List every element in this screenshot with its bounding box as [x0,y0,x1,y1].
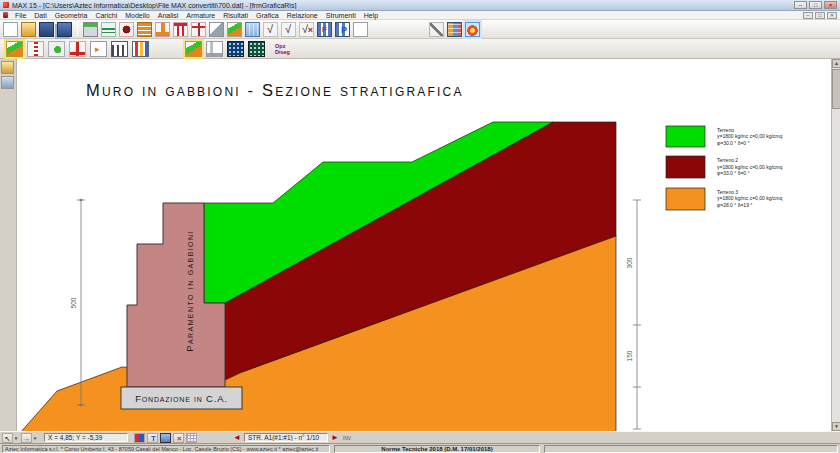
menu-help[interactable]: Help [360,11,382,20]
legend-props2-3: φ=28.0 ° δ=19 ° [717,202,752,208]
left-dimension-line [77,199,85,406]
app-icon [3,2,9,8]
menu-armature[interactable]: Armature [182,11,219,20]
seismic-analysis-icon[interactable] [101,22,116,37]
zoom-tool-icon[interactable] [1,61,14,74]
legend-name-3: Terreno 3 [717,189,738,195]
section-view-icon[interactable] [6,41,23,57]
main-toolbar [0,20,840,39]
title-bar[interactable]: MAX 15 - [C:\Users\Aztec Informatica\Des… [0,0,840,11]
toolbar-separator [77,22,78,36]
tools-hammer-icon[interactable] [429,22,444,37]
arrow-tool-icon[interactable]: → [21,433,32,443]
menu-analisi[interactable]: Analisi [154,11,183,20]
calc-sqrt-2-icon[interactable] [281,22,296,37]
legend-props2-2: φ=33.0 ° δ=0 ° [717,170,750,176]
stratigraphy-view-icon[interactable] [185,41,202,57]
next-section-button[interactable]: ► [331,433,339,443]
minimize-button[interactable]: – [794,1,807,9]
section-selector-display: STR. A1(#1:#1) - n° 1/10 [244,433,328,442]
menu-strumenti[interactable]: Strumenti [322,11,360,20]
scroll-down-icon[interactable]: ▼ [832,422,840,431]
open-file-icon[interactable] [21,22,36,37]
texture-2-icon[interactable] [248,41,265,57]
drawing-options-button[interactable]: Opz Diseg [275,43,290,55]
bottom-toolbar: ↖ ▾ → ▾ X = 4,85; Y = -5,39 ◄ STR. A1(#1… [0,431,840,443]
pointer-dropdown-icon[interactable]: ▾ [13,435,19,441]
section-drawing: Fondazione in C.A. Paramento in gabbioni… [17,59,831,431]
child-minimize-button[interactable]: – [803,12,813,19]
menu-file[interactable]: File [11,11,30,20]
legend-props1-2: γ=1800 kg/mc c=0,00 kg/cmq [717,164,783,170]
foundation-label: Fondazione in C.A. [135,393,228,404]
menu-dati[interactable]: Dati [30,11,50,20]
results-table-icon[interactable] [447,22,462,37]
texture-1-icon[interactable] [227,41,244,57]
menu-geometria[interactable]: Geometria [51,11,92,20]
wall-section-icon[interactable] [69,41,86,57]
measure-rod-icon[interactable] [27,41,44,57]
calc-delete-icon[interactable] [299,22,314,37]
chart-bars-icon[interactable] [132,41,149,57]
verify-grid-icon[interactable] [245,22,260,37]
scrollbar-thumb[interactable] [832,69,840,109]
scroll-up-icon[interactable]: ▲ [832,59,840,68]
status-bar: Aztec Informatica s.r.l. * Corso Umberto… [0,443,840,453]
dimension-label-500: 500 [70,297,77,308]
menu-modello[interactable]: Modello [121,11,154,20]
menu-carichi[interactable]: Carichi [91,11,121,20]
wall-profile-icon[interactable] [206,41,223,57]
maximize-button[interactable]: □ [809,1,822,9]
columns-icon[interactable] [173,22,188,37]
save-all-icon[interactable] [57,22,72,37]
window-title: MAX 15 - [C:\Users\Aztec Informatica\Des… [12,2,794,9]
company-info-panel: Aztec Informatica s.r.l. * Corso Umberto… [2,445,330,453]
plinth-foundation-icon[interactable] [155,22,170,37]
wall-label: Paramento in gabbioni [184,230,195,351]
norm-settings-icon[interactable] [83,22,98,37]
text-tool-icon[interactable] [147,433,158,443]
norms-panel: Norme Tecniche 2018 (D.M. 17/01/2018) [334,445,540,453]
close-button[interactable]: × [824,1,837,9]
pan-tool-icon[interactable] [1,76,14,89]
drawing-canvas[interactable]: Fondazione in C.A. Paramento in gabbioni… [17,59,831,431]
verify-colors-icon[interactable] [134,433,145,443]
slope-layers-icon[interactable] [227,22,242,37]
child-close-button[interactable]: × [827,12,837,19]
slope-icon[interactable] [209,22,224,37]
vertical-scrollbar[interactable]: ▲ ▼ [831,59,840,431]
previous-section-button[interactable]: ◄ [233,433,241,443]
dimension-label-300: 300 [626,257,633,268]
legend-swatch-terreno-2 [666,156,705,178]
legend-props1-3: γ=1800 kg/mc c=0,00 kg/cmq [717,195,783,201]
menu-relazione[interactable]: Relazione [283,11,322,20]
materials-icon[interactable] [119,22,134,37]
legend-name-2: Terreno 2 [717,157,738,163]
arrow-dropdown-icon[interactable]: ▾ [32,435,38,441]
menu-bar: File Dati Geometria Carichi Modello Anal… [0,11,840,20]
report-columns-icon[interactable] [111,41,128,57]
fill-paint-icon[interactable] [48,41,65,57]
rebar-layout-icon[interactable] [317,22,332,37]
dimension-label-150: 150 [626,350,633,361]
child-restore-button[interactable]: □ [815,12,825,19]
menu-risultati[interactable]: Risultati [219,11,252,20]
legend-props2-1: φ=30.0 ° δ=0 ° [717,140,750,146]
pointer-tool-icon[interactable]: ↖ [2,433,13,443]
menu-grafica[interactable]: Grafica [252,11,283,20]
pier-icon[interactable] [191,22,206,37]
new-file-icon[interactable] [3,22,18,37]
fire-check-icon[interactable] [465,22,480,37]
screen-view-icon[interactable] [160,433,171,443]
grid-tool-icon[interactable] [186,433,197,443]
masonry-wall-icon[interactable] [137,22,152,37]
report-page-icon[interactable] [353,22,368,37]
rebar-p-icon[interactable] [335,22,350,37]
child-window-icon [3,12,8,18]
legend-swatch-terreno-3 [666,188,705,210]
export-view-icon[interactable] [90,41,107,57]
calc-sqrt-1-icon[interactable] [263,22,278,37]
delete-tool-icon[interactable] [173,433,184,443]
save-file-icon[interactable] [39,22,54,37]
coordinates-display: X = 4,85; Y = -5,39 [44,433,128,442]
